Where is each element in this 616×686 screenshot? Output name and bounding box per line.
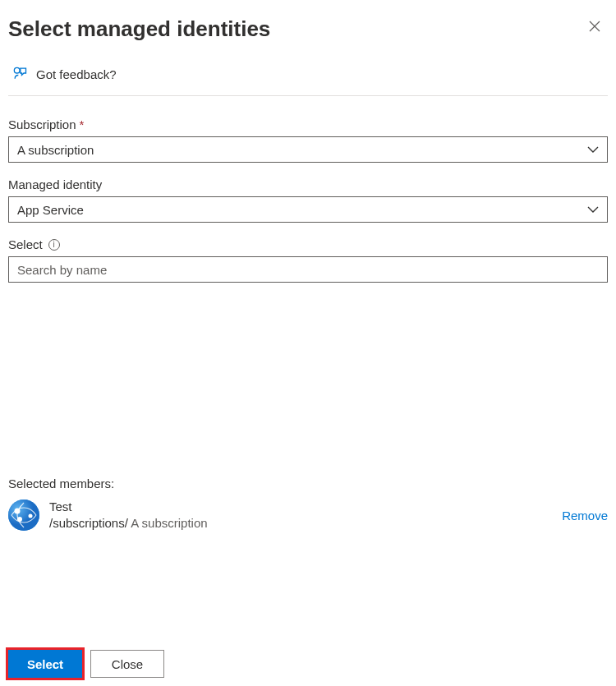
managed-identity-value: App Service (17, 203, 84, 217)
svg-point-0 (14, 67, 20, 73)
member-path: /subscriptions/ A subscription (49, 515, 208, 532)
chevron-down-icon (587, 203, 599, 216)
subscription-value: A subscription (17, 143, 94, 157)
close-button-footer[interactable]: Close (90, 650, 164, 678)
svg-point-4 (17, 517, 22, 522)
managed-identity-dropdown[interactable]: App Service (8, 196, 608, 223)
svg-point-5 (29, 514, 33, 518)
close-button[interactable] (582, 16, 608, 40)
svg-point-2 (8, 500, 39, 531)
feedback-icon (11, 65, 28, 84)
svg-point-3 (15, 509, 21, 514)
info-icon[interactable]: i (48, 239, 60, 251)
required-indicator: * (80, 117, 85, 131)
subscription-dropdown[interactable]: A subscription (8, 136, 608, 163)
select-label: Select i (8, 237, 608, 251)
feedback-link[interactable]: Got feedback? (8, 42, 608, 96)
remove-link[interactable]: Remove (562, 509, 608, 523)
app-service-icon (8, 500, 39, 531)
feedback-label: Got feedback? (36, 67, 117, 81)
search-input[interactable] (8, 256, 608, 283)
chevron-down-icon (587, 143, 599, 156)
subscription-label: Subscription * (8, 117, 608, 131)
close-icon (588, 20, 601, 36)
select-button[interactable]: Select (8, 650, 82, 678)
member-name: Test (49, 499, 208, 515)
managed-identity-label: Managed identity (8, 177, 608, 191)
panel-title: Select managed identities (8, 16, 270, 42)
selected-members-heading: Selected members: (8, 477, 608, 490)
selected-member-row: Test /subscriptions/ A subscription Remo… (8, 495, 608, 536)
